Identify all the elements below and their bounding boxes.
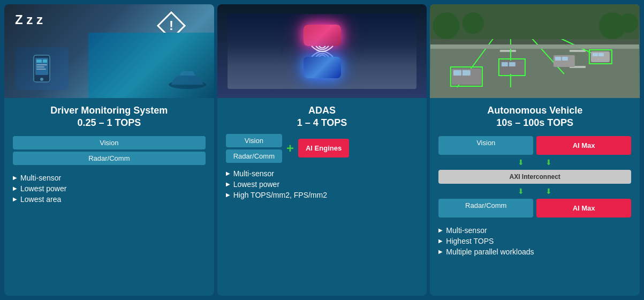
adas-block-row: Vision Radar/Comm + AI Engines bbox=[226, 134, 419, 163]
road-scene-graphic bbox=[228, 14, 416, 89]
ai-engines-block: AI Engines bbox=[298, 139, 349, 158]
svg-rect-27 bbox=[502, 62, 508, 66]
driver-block-group: Vision Radar/Comm bbox=[13, 136, 206, 165]
svg-point-4 bbox=[40, 78, 43, 81]
vision-block-auto: Vision bbox=[438, 136, 533, 155]
driver-bullet-1: Multi-sensor bbox=[13, 174, 206, 182]
radar-block-driver: Radar/Comm bbox=[13, 152, 206, 165]
wifi-arcs-bottom bbox=[301, 43, 344, 59]
auto-title-line1: Autonomous Vehicle bbox=[487, 105, 582, 116]
svg-point-39 bbox=[433, 12, 460, 39]
auto-bullet-2: Highest TOPS bbox=[438, 237, 631, 245]
card-driver-title: Driver Monitoring System 0.25 – 1 TOPS bbox=[13, 104, 206, 130]
svg-rect-28 bbox=[509, 62, 516, 66]
arrow-down-3: ⬇ bbox=[518, 187, 524, 196]
vision-block-driver: Vision bbox=[13, 136, 206, 149]
arrow-row-bottom: ⬇ ⬇ bbox=[438, 187, 631, 196]
driver-bullet-2: Lowest power bbox=[13, 184, 206, 193]
plus-icon: + bbox=[286, 141, 294, 156]
arrow-down-4: ⬇ bbox=[545, 187, 552, 196]
svg-rect-8 bbox=[36, 66, 44, 68]
svg-rect-43 bbox=[430, 44, 639, 49]
svg-rect-15 bbox=[570, 50, 586, 52]
driver-monitoring-image: Z z z ! bbox=[4, 4, 214, 98]
adas-bullet-2: Lowest power bbox=[226, 180, 419, 189]
auto-title-line2: 10s – 100s TOPS bbox=[496, 117, 573, 128]
svg-rect-30 bbox=[555, 57, 561, 61]
highway-scene: 150 bbox=[430, 4, 640, 98]
adas-title-line2: 1 – 4 TOPS bbox=[297, 117, 347, 128]
ai-max-block-bottom: AI Max bbox=[536, 199, 631, 218]
svg-rect-14 bbox=[500, 50, 516, 52]
phone-icon bbox=[26, 52, 58, 85]
radar-block-adas: Radar/Comm bbox=[226, 149, 282, 163]
driver-bullet-list: Multi-sensor Lowest power Lowest area bbox=[13, 174, 206, 204]
card-autonomous: 150 bbox=[430, 4, 640, 296]
svg-rect-31 bbox=[562, 57, 568, 61]
svg-rect-34 bbox=[598, 53, 604, 56]
svg-rect-24 bbox=[453, 70, 461, 76]
vision-block-adas: Vision bbox=[226, 134, 282, 147]
svg-rect-6 bbox=[43, 59, 47, 63]
adas-bullet-3: High TOPS/mm2, FPS/mm2 bbox=[226, 191, 419, 199]
svg-rect-25 bbox=[463, 70, 471, 76]
card-driver-monitoring: Z z z ! bbox=[4, 4, 214, 296]
svg-rect-33 bbox=[593, 53, 598, 56]
arrow-row-top: ⬇ ⬇ bbox=[438, 158, 631, 167]
auto-bullet-3: Multiple parallel workloads bbox=[438, 248, 631, 256]
ai-max-block-top: AI Max bbox=[536, 136, 631, 155]
auto-bullet-list: Multi-sensor Highest TOPS Multiple paral… bbox=[438, 226, 631, 256]
adas-image bbox=[217, 4, 427, 98]
zzz-label: Z z z bbox=[15, 12, 43, 27]
arrow-down-2: ⬇ bbox=[545, 158, 552, 167]
arrow-down-1: ⬇ bbox=[518, 158, 524, 167]
title-line1: Driver Monitoring System bbox=[50, 105, 168, 116]
adas-bullet-1: Multi-sensor bbox=[226, 169, 419, 178]
interconnect-section: Vision AI Max ⬇ ⬇ AXI Interconnect ⬇ ⬇ R… bbox=[438, 136, 631, 218]
card-auto-content: Autonomous Vehicle 10s – 100s TOPS Visio… bbox=[430, 98, 640, 290]
card-adas: ADAS 1 – 4 TOPS Vision Radar/Comm + AI E… bbox=[217, 4, 427, 296]
driver-bullet-3: Lowest area bbox=[13, 195, 206, 204]
phone-hand-graphic bbox=[15, 47, 69, 90]
card-adas-content: ADAS 1 – 4 TOPS Vision Radar/Comm + AI E… bbox=[217, 98, 427, 290]
radar-block-auto: Radar/Comm bbox=[438, 199, 533, 218]
svg-rect-5 bbox=[36, 59, 42, 63]
svg-text:!: ! bbox=[169, 18, 173, 33]
autonomous-vehicle-image: 150 bbox=[430, 4, 640, 98]
car-graphic bbox=[166, 66, 209, 93]
adas-bullet-list: Multi-sensor Lowest power High TOPS/mm2,… bbox=[226, 169, 419, 199]
adas-title-line1: ADAS bbox=[308, 105, 336, 116]
svg-rect-9 bbox=[36, 69, 46, 70]
adas-left-blocks: Vision Radar/Comm bbox=[226, 134, 282, 163]
car-bottom-graphic bbox=[304, 57, 341, 78]
svg-rect-7 bbox=[36, 64, 47, 65]
title-line2: 0.25 – 1 TOPS bbox=[77, 117, 141, 128]
car-top-graphic bbox=[304, 25, 341, 46]
card-adas-title: ADAS 1 – 4 TOPS bbox=[226, 104, 419, 130]
svg-point-40 bbox=[463, 12, 484, 34]
axi-interconnect-block: AXI Interconnect bbox=[438, 170, 631, 184]
svg-point-42 bbox=[619, 13, 638, 33]
auto-top-row: Vision AI Max bbox=[438, 136, 631, 155]
auto-bullet-1: Multi-sensor bbox=[438, 226, 631, 235]
auto-bottom-row: Radar/Comm AI Max bbox=[438, 199, 631, 218]
card-driver-content: Driver Monitoring System 0.25 – 1 TOPS V… bbox=[4, 98, 214, 290]
card-auto-title: Autonomous Vehicle 10s – 100s TOPS bbox=[438, 104, 631, 130]
